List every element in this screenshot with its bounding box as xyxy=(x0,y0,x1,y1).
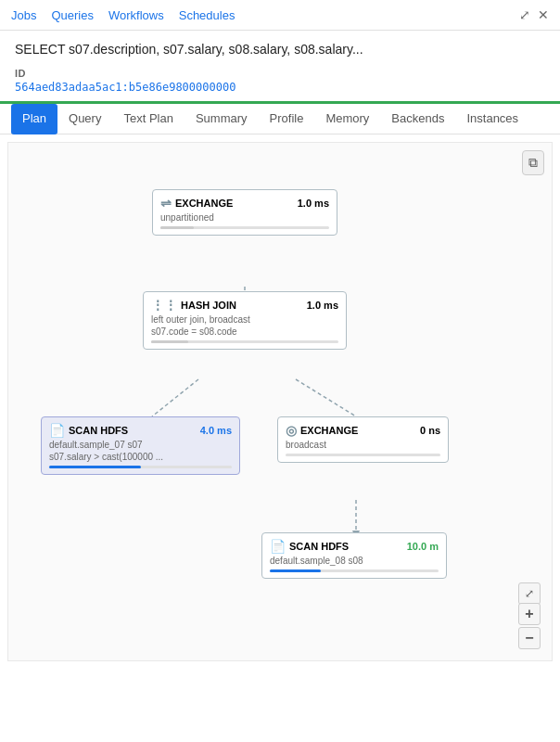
scan-hdfs-left-title: SCAN HDFS xyxy=(69,425,128,436)
svg-line-2 xyxy=(152,379,198,416)
node-exchange-top[interactable]: ⇌ EXCHANGE 1.0 ms unpartitioned xyxy=(152,189,337,236)
node-scan-hdfs-bottom[interactable]: 📄 SCAN HDFS 10.0 m default.sample_08 s08 xyxy=(261,532,447,579)
nav-queries[interactable]: Queries xyxy=(51,8,94,22)
exchange-right-time: 0 ns xyxy=(420,425,440,436)
tab-profile[interactable]: Profile xyxy=(259,104,315,134)
node-hashjoin[interactable]: ⋮⋮ HASH JOIN 1.0 ms left outer join, bro… xyxy=(143,291,347,350)
tab-summary[interactable]: Summary xyxy=(185,104,259,134)
exchange-top-title: EXCHANGE xyxy=(175,198,233,209)
tab-text-plan[interactable]: Text Plan xyxy=(112,104,184,134)
expand-icon[interactable]: ⤢ xyxy=(519,7,530,22)
hashjoin-time: 1.0 ms xyxy=(307,300,338,311)
zoom-in-button[interactable]: + xyxy=(518,603,541,625)
tab-query[interactable]: Query xyxy=(57,104,112,134)
node-scan-hdfs-left[interactable]: 📄 SCAN HDFS 4.0 ms default.sample_07 s07… xyxy=(41,416,240,475)
hashjoin-title: HASH JOIN xyxy=(181,300,236,311)
exchange-right-title: EXCHANGE xyxy=(300,425,358,436)
tab-backends[interactable]: Backends xyxy=(380,104,455,134)
exchange-top-time: 1.0 ms xyxy=(298,198,329,209)
diagram-canvas: ⇌ EXCHANGE 1.0 ms unpartitioned ⋮⋮ HASH … xyxy=(8,143,552,660)
query-title: SELECT s07.description, s07.salary, s08.… xyxy=(15,42,545,57)
plan-diagram-area: ⧉ ⇌ EXCHANGE 1.0 ms unpartitioned xyxy=(7,142,553,661)
scan-hdfs-bottom-bar-fill xyxy=(270,569,321,572)
exchange-top-bar xyxy=(160,226,329,229)
close-icon[interactable]: ✕ xyxy=(538,7,549,22)
scan-hdfs-bottom-time: 10.0 m xyxy=(407,541,439,552)
id-section: ID 564aed83adaa5ac1:b5e86e9800000000 xyxy=(0,64,560,101)
nav-workflows[interactable]: Workflows xyxy=(108,8,164,22)
scan-hdfs-left-sub2: s07.salary > cast(100000 ... xyxy=(49,452,232,462)
id-value: 564aed83adaa5ac1:b5e86e9800000000 xyxy=(15,81,545,94)
tab-bar: Plan Query Text Plan Summary Profile Mem… xyxy=(0,104,560,134)
hashjoin-bar xyxy=(151,340,338,343)
tab-instances[interactable]: Instances xyxy=(455,104,529,134)
nav-jobs[interactable]: Jobs xyxy=(11,8,36,22)
scan-hdfs-left-sub1: default.sample_07 s07 xyxy=(49,440,232,450)
zoom-out-button[interactable]: − xyxy=(518,627,541,649)
query-header: SELECT s07.description, s07.salary, s08.… xyxy=(0,31,560,64)
fullscreen-button[interactable]: ⤢ xyxy=(518,582,541,605)
scan-hdfs-left-icon: 📄 xyxy=(49,423,65,438)
exchange-top-sub: unpartitioned xyxy=(160,212,329,223)
exchange-top-bar-fill xyxy=(160,226,194,229)
scan-hdfs-left-bar-fill xyxy=(49,466,141,468)
scan-hdfs-bottom-title: SCAN HDFS xyxy=(289,541,349,552)
copy-button[interactable]: ⧉ xyxy=(522,150,544,175)
id-label: ID xyxy=(15,68,545,79)
top-nav: Jobs Queries Workflows Schedules ⤢ ✕ xyxy=(0,0,560,31)
tab-plan[interactable]: Plan xyxy=(11,104,57,134)
svg-line-3 xyxy=(296,379,356,416)
scan-hdfs-left-bar xyxy=(49,466,232,468)
scan-hdfs-bottom-icon: 📄 xyxy=(270,539,286,554)
zoom-controls: + − xyxy=(518,603,541,649)
exchange-right-icon: ◎ xyxy=(286,423,297,438)
exchange-right-sub: broadcast xyxy=(286,440,440,450)
expand-controls: ⤢ xyxy=(518,582,541,605)
scan-hdfs-bottom-bar xyxy=(270,569,439,572)
scan-hdfs-bottom-sub1: default.sample_08 s08 xyxy=(270,556,439,566)
node-exchange-right[interactable]: ◎ EXCHANGE 0 ns broadcast xyxy=(277,416,449,463)
hashjoin-bar-fill xyxy=(151,340,188,343)
tab-memory[interactable]: Memory xyxy=(314,104,380,134)
hashjoin-sub2: s07.code = s08.code xyxy=(151,326,338,337)
scan-hdfs-left-time: 4.0 ms xyxy=(200,425,232,436)
nav-schedules[interactable]: Schedules xyxy=(179,8,235,22)
exchange-icon: ⇌ xyxy=(160,196,172,211)
hashjoin-icon: ⋮⋮ xyxy=(151,298,177,313)
exchange-right-bar xyxy=(286,454,440,456)
hashjoin-sub1: left outer join, broadcast xyxy=(151,314,338,325)
